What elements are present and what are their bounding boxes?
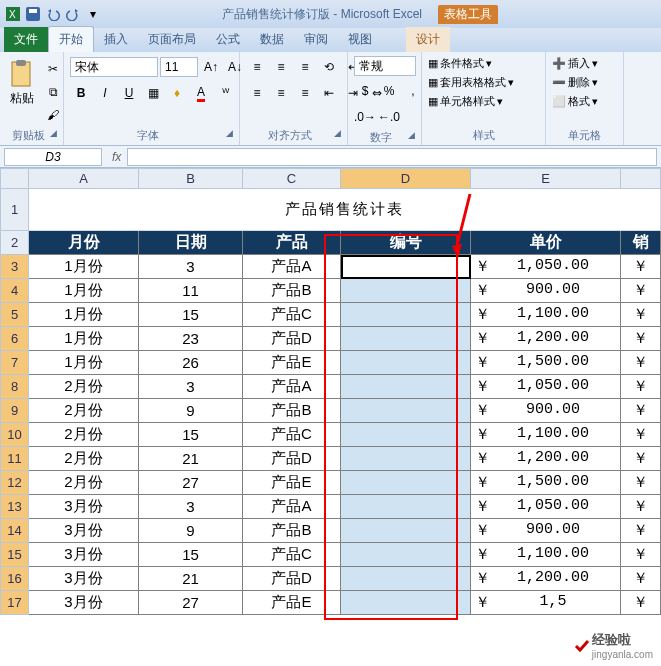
col-header-e[interactable]: E <box>471 169 621 189</box>
row-header[interactable]: 5 <box>1 303 29 327</box>
header-price[interactable]: 单价 <box>471 231 621 255</box>
align-bottom-icon[interactable]: ≡ <box>294 56 316 78</box>
border-button[interactable]: ▦ <box>142 82 164 104</box>
tab-review[interactable]: 审阅 <box>294 27 338 52</box>
cell-month[interactable]: 3月份 <box>29 519 139 543</box>
cell-code[interactable] <box>341 303 471 327</box>
cell-price[interactable]: ￥1,100.00 <box>471 423 621 447</box>
cell-sales[interactable]: ￥ <box>621 447 661 471</box>
header-code[interactable]: 编号 <box>341 231 471 255</box>
cell-code[interactable] <box>341 279 471 303</box>
tab-page-layout[interactable]: 页面布局 <box>138 27 206 52</box>
italic-button[interactable]: I <box>94 82 116 104</box>
cell-month[interactable]: 2月份 <box>29 375 139 399</box>
tab-view[interactable]: 视图 <box>338 27 382 52</box>
row-header[interactable]: 14 <box>1 519 29 543</box>
cell-code[interactable] <box>341 567 471 591</box>
paste-button[interactable]: 粘贴 <box>6 56 38 109</box>
cell-month[interactable]: 2月份 <box>29 423 139 447</box>
tab-home[interactable]: 开始 <box>48 26 94 52</box>
cell-date[interactable]: 15 <box>139 423 243 447</box>
col-header-c[interactable]: C <box>243 169 341 189</box>
dialog-launcher-icon[interactable]: ◢ <box>226 128 233 138</box>
cell-date[interactable]: 3 <box>139 375 243 399</box>
cell-product[interactable]: 产品B <box>243 519 341 543</box>
cell-product[interactable]: 产品A <box>243 495 341 519</box>
cell-sales[interactable]: ￥ <box>621 543 661 567</box>
cell-code[interactable] <box>341 495 471 519</box>
formula-bar[interactable] <box>127 148 657 166</box>
row-header[interactable]: 11 <box>1 447 29 471</box>
orientation-icon[interactable]: ⟲ <box>318 56 340 78</box>
header-product[interactable]: 产品 <box>243 231 341 255</box>
dialog-launcher-icon[interactable]: ◢ <box>408 130 415 140</box>
tab-formulas[interactable]: 公式 <box>206 27 250 52</box>
cell-price[interactable]: ￥900.00 <box>471 279 621 303</box>
cell-month[interactable]: 3月份 <box>29 495 139 519</box>
cell-date[interactable]: 3 <box>139 495 243 519</box>
font-name-combo[interactable]: 宋体 <box>70 57 158 77</box>
cell-date[interactable]: 27 <box>139 471 243 495</box>
row-header[interactable]: 1 <box>1 189 29 231</box>
cell-price[interactable]: ￥900.00 <box>471 399 621 423</box>
cell-product[interactable]: 产品A <box>243 255 341 279</box>
cell-code[interactable] <box>341 447 471 471</box>
cell-month[interactable]: 2月份 <box>29 399 139 423</box>
fx-icon[interactable]: fx <box>106 150 127 164</box>
row-header[interactable]: 3 <box>1 255 29 279</box>
cell-product[interactable]: 产品C <box>243 303 341 327</box>
row-header[interactable]: 7 <box>1 351 29 375</box>
increase-decimal-icon[interactable]: .0→ <box>354 106 376 128</box>
format-as-table-button[interactable]: ▦ 套用表格格式 ▾ <box>428 75 514 90</box>
row-header[interactable]: 4 <box>1 279 29 303</box>
decrease-decimal-icon[interactable]: ←.0 <box>378 106 400 128</box>
cell-product[interactable]: 产品D <box>243 327 341 351</box>
cell-product[interactable]: 产品C <box>243 543 341 567</box>
cell-month[interactable]: 1月份 <box>29 327 139 351</box>
row-header[interactable]: 13 <box>1 495 29 519</box>
align-right-icon[interactable]: ≡ <box>294 82 316 104</box>
cell-date[interactable]: 21 <box>139 447 243 471</box>
align-top-icon[interactable]: ≡ <box>246 56 268 78</box>
row-header[interactable]: 15 <box>1 543 29 567</box>
row-header[interactable]: 8 <box>1 375 29 399</box>
cell-code[interactable] <box>341 399 471 423</box>
name-box[interactable]: D3 <box>4 148 102 166</box>
cell-product[interactable]: 产品D <box>243 567 341 591</box>
align-left-icon[interactable]: ≡ <box>246 82 268 104</box>
cell-code[interactable] <box>341 543 471 567</box>
cell-month[interactable]: 1月份 <box>29 351 139 375</box>
cell-price[interactable]: ￥1,050.00 <box>471 495 621 519</box>
font-color-button[interactable]: A <box>190 82 212 104</box>
insert-cells-button[interactable]: ➕ 插入 ▾ <box>552 56 598 71</box>
fill-color-button[interactable]: ♦ <box>166 82 188 104</box>
sheet-title[interactable]: 产品销售统计表 <box>29 189 661 231</box>
delete-cells-button[interactable]: ➖ 删除 ▾ <box>552 75 598 90</box>
cell-date[interactable]: 9 <box>139 399 243 423</box>
cell-code[interactable] <box>341 471 471 495</box>
underline-button[interactable]: U <box>118 82 140 104</box>
cell-product[interactable]: 产品E <box>243 591 341 615</box>
cell-date[interactable]: 27 <box>139 591 243 615</box>
cell-sales[interactable]: ￥ <box>621 351 661 375</box>
row-header[interactable]: 9 <box>1 399 29 423</box>
header-month[interactable]: 月份 <box>29 231 139 255</box>
cell-sales[interactable]: ￥ <box>621 279 661 303</box>
format-painter-icon[interactable]: 🖌 <box>42 104 64 126</box>
cell-month[interactable]: 2月份 <box>29 447 139 471</box>
format-cells-button[interactable]: ⬜ 格式 ▾ <box>552 94 598 109</box>
cell-product[interactable]: 产品A <box>243 375 341 399</box>
cell-code[interactable] <box>341 423 471 447</box>
cell-date[interactable]: 9 <box>139 519 243 543</box>
cell-month[interactable]: 1月份 <box>29 255 139 279</box>
copy-icon[interactable]: ⧉ <box>42 81 64 103</box>
cell-price[interactable]: ￥1,200.00 <box>471 327 621 351</box>
cell-price[interactable]: ￥1,500.00 <box>471 471 621 495</box>
cell-month[interactable]: 2月份 <box>29 471 139 495</box>
cell-sales[interactable]: ￥ <box>621 375 661 399</box>
cell-date[interactable]: 3 <box>139 255 243 279</box>
percent-icon[interactable]: % <box>378 80 400 102</box>
cell-month[interactable]: 3月份 <box>29 567 139 591</box>
cell-price[interactable]: ￥900.00 <box>471 519 621 543</box>
cell-product[interactable]: 产品D <box>243 447 341 471</box>
